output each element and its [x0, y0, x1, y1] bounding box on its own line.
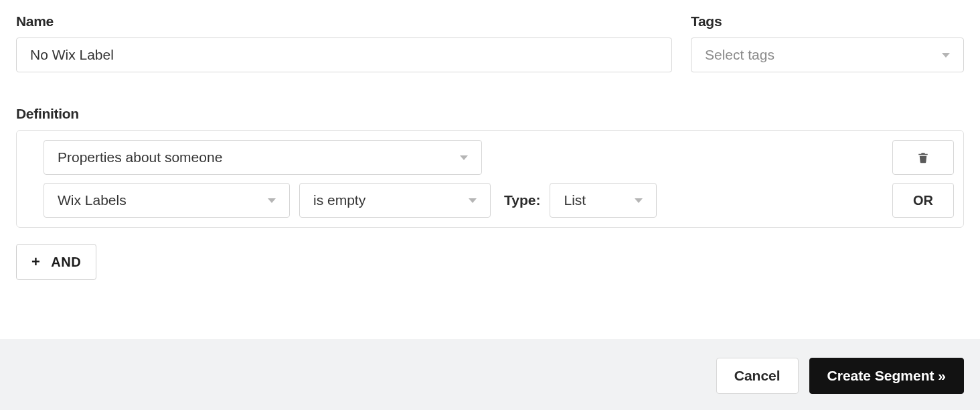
- chevron-down-icon: [469, 198, 477, 203]
- and-label: AND: [51, 255, 81, 270]
- property-value: Wix Labels: [58, 192, 268, 208]
- property-select[interactable]: Wix Labels: [44, 183, 290, 218]
- or-label: OR: [913, 193, 933, 208]
- operator-select[interactable]: is empty: [299, 183, 491, 218]
- category-value: Properties about someone: [58, 149, 460, 165]
- type-value: List: [564, 192, 635, 208]
- create-segment-button[interactable]: Create Segment »: [809, 358, 964, 394]
- or-button[interactable]: OR: [892, 183, 954, 218]
- category-select[interactable]: Properties about someone: [44, 140, 482, 175]
- plus-icon: +: [31, 253, 40, 271]
- delete-button[interactable]: [892, 140, 954, 175]
- definition-label: Definition: [16, 106, 964, 122]
- operator-value: is empty: [313, 192, 469, 208]
- chevron-down-icon: [942, 53, 950, 58]
- type-label: Type:: [504, 192, 540, 208]
- chevron-down-icon: [635, 198, 643, 203]
- type-select[interactable]: List: [550, 183, 657, 218]
- trash-icon: [917, 151, 929, 164]
- submit-label: Create Segment »: [827, 368, 946, 384]
- tags-select[interactable]: Select tags: [691, 38, 964, 72]
- chevron-down-icon: [268, 198, 276, 203]
- chevron-down-icon: [460, 155, 468, 160]
- definition-box: Properties about someone Wix Labels: [16, 130, 964, 228]
- footer: Cancel Create Segment »: [0, 339, 980, 410]
- cancel-label: Cancel: [734, 368, 781, 384]
- name-input[interactable]: [16, 38, 672, 72]
- and-button[interactable]: + AND: [16, 244, 96, 280]
- cancel-button[interactable]: Cancel: [716, 358, 799, 394]
- tags-placeholder: Select tags: [705, 47, 942, 63]
- name-label: Name: [16, 13, 672, 29]
- tags-label: Tags: [691, 13, 964, 29]
